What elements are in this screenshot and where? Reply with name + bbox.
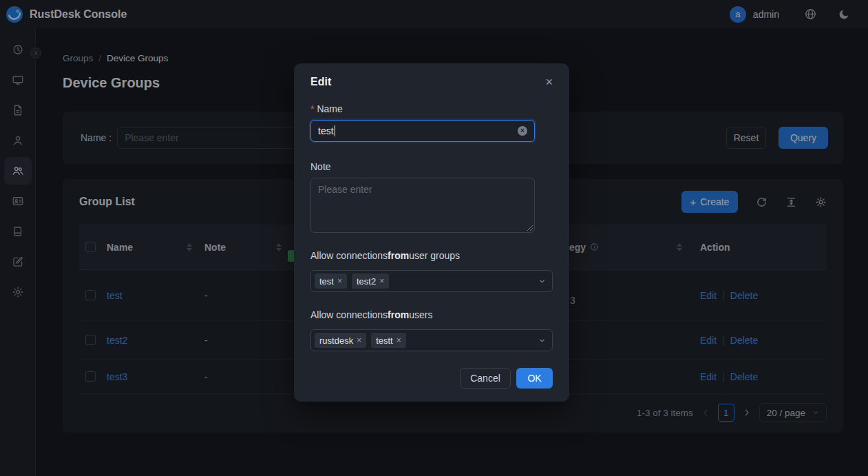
rustdesk-console-screen: RustDesk Console a admin <box>0 0 868 476</box>
chevron-down-icon <box>538 337 546 344</box>
name-field-label: * Name <box>310 102 553 116</box>
user-groups-select[interactable]: test × test2 × <box>310 270 553 292</box>
name-input-value: test <box>318 125 334 136</box>
selected-tag: test2 × <box>352 273 389 289</box>
cancel-button[interactable]: Cancel <box>460 368 511 389</box>
remove-tag-icon[interactable]: × <box>396 336 401 344</box>
remove-tag-icon[interactable]: × <box>379 277 384 285</box>
modal-title: Edit <box>310 76 331 88</box>
selected-tag: test × <box>315 273 347 289</box>
remove-tag-icon[interactable]: × <box>357 336 361 344</box>
users-select[interactable]: rustdesk × testt × <box>310 329 553 351</box>
resize-grip-icon[interactable] <box>526 224 533 231</box>
edit-modal: Edit × * Name test × Note Please enter A… <box>294 63 569 402</box>
selected-tag: testt × <box>371 333 406 348</box>
note-textarea[interactable]: Please enter <box>310 178 535 233</box>
name-label-text: Name <box>317 103 342 114</box>
name-input[interactable]: test × <box>310 120 535 142</box>
note-field-label: Note <box>310 160 553 174</box>
user-groups-field-label: Allow connections from user groups <box>310 250 553 261</box>
ok-button[interactable]: OK <box>516 368 553 389</box>
selected-tag: rustdesk × <box>315 333 366 348</box>
users-field-label: Allow connections from users <box>310 309 553 320</box>
chevron-down-icon <box>538 278 546 285</box>
note-placeholder: Please enter <box>318 184 372 195</box>
remove-tag-icon[interactable]: × <box>337 277 342 285</box>
close-icon[interactable]: × <box>545 76 553 88</box>
text-caret <box>335 125 335 136</box>
clear-input-icon[interactable]: × <box>518 126 527 136</box>
required-mark: * <box>310 103 314 114</box>
